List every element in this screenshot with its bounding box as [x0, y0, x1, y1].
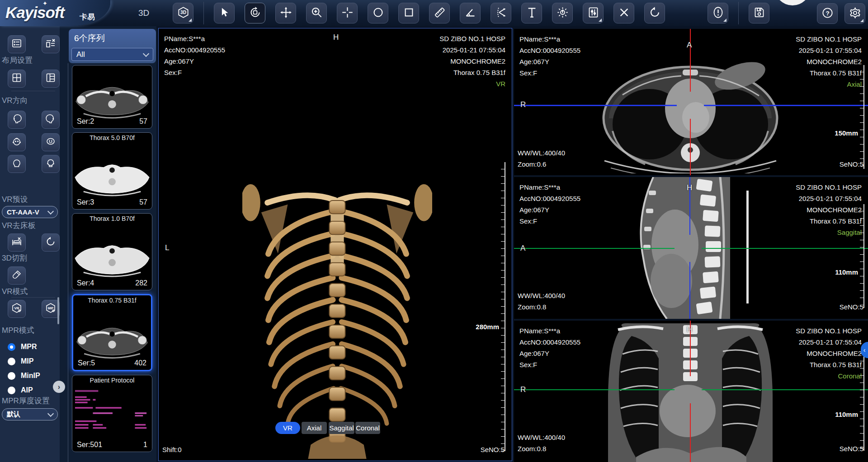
vr-head-top-button[interactable] [8, 133, 26, 151]
tool-text-button[interactable] [521, 3, 542, 23]
vr-head-right-button[interactable] [42, 111, 60, 129]
crosshair-horizontal-green[interactable] [514, 389, 675, 390]
radio-aip[interactable] [8, 387, 15, 394]
close-x-icon [618, 6, 630, 20]
layout-grid-button[interactable] [8, 70, 26, 88]
scale-label: 280mm [476, 323, 499, 331]
app-window: Kayisoft ✦ 卡易 3D 3D [0, 0, 868, 462]
tool-ellipse-button[interactable] [368, 3, 388, 23]
series-thumbnail[interactable]: Thorax 1.0 B70f Ser:4 282 [72, 213, 152, 290]
mode-button-coronal[interactable]: Coronal [355, 422, 380, 434]
crosshair-horizontal-green[interactable] [702, 248, 868, 249]
crosshair-horizontal-green[interactable] [702, 389, 868, 390]
radio-mpr[interactable] [8, 343, 15, 351]
vr-head-left-button[interactable] [8, 111, 26, 129]
series-thumbnail[interactable]: Thorax 5.0 B70f Ser:3 57 [72, 132, 152, 210]
scalpel-button[interactable] [8, 266, 26, 285]
tool-cursor-button[interactable] [214, 3, 235, 23]
mpr-thickness-select[interactable]: 默认 [2, 408, 58, 420]
remove-bed-button[interactable] [8, 233, 26, 252]
layout-split-button[interactable] [42, 70, 60, 88]
orientation-marker-left: R [520, 100, 526, 109]
tool-delete-button[interactable] [613, 3, 634, 23]
series-scrollbar-track[interactable] [68, 63, 68, 462]
series-no-label: SeNO:5 [840, 445, 863, 453]
bed-reset-button[interactable] [42, 233, 60, 252]
series-thumbnail[interactable]: Ser:2 57 [72, 65, 152, 129]
settings-button[interactable] [844, 3, 865, 24]
vr-bed-label: VR去床板 [2, 220, 36, 231]
tool-save-button[interactable] [749, 3, 769, 23]
layout-list-button[interactable] [8, 35, 26, 53]
window-level-label: WW/WL:400/40 [518, 149, 565, 157]
vr-head-bottom-button[interactable] [42, 133, 60, 151]
mode-button-vr[interactable]: VR [275, 422, 300, 434]
vr-viewport[interactable]: PName:S***a AccNO:0004920555 Age:067Y Se… [158, 28, 512, 461]
text-tool-icon [526, 6, 538, 20]
vr-head-front-button[interactable] [8, 155, 26, 173]
axial-viewport[interactable]: PName:S***a AccNO:0004920555 Age:067Y Se… [514, 29, 868, 175]
scale-label: 110mm [835, 268, 858, 276]
tool-cobb-angle-button[interactable] [491, 3, 511, 23]
radio-minip-label[interactable]: MinIP [21, 372, 40, 380]
coronal-viewport[interactable]: PName:S***a AccNO:0004920555 Age:067Y Se… [514, 321, 868, 462]
crosshair-horizontal-blue[interactable] [704, 105, 868, 106]
vr-head-back-button[interactable] [42, 155, 60, 173]
series-thumbnail[interactable]: Patient Protocol Ser:501 1 [72, 375, 152, 452]
tool-crosshair-button[interactable] [337, 3, 358, 23]
tool-reset-button[interactable] [644, 3, 665, 23]
radio-mip[interactable] [8, 358, 15, 365]
crosshair-vertical-red[interactable] [690, 119, 691, 175]
radio-minip[interactable] [8, 372, 15, 380]
chevron-down-icon [47, 410, 54, 416]
rotate-3d-icon [249, 6, 261, 20]
sagittal-viewport[interactable]: PName:S***a AccNO:0004920555 Age:067Y Se… [514, 177, 868, 319]
user-avatar[interactable] [774, 0, 811, 5]
sidebar-scrollbar-thumb[interactable] [57, 297, 59, 324]
left-control-sidebar: 布局设置 VR方向 VR预设 CT-AAA-V [0, 26, 60, 462]
help-button[interactable]: ? [817, 3, 838, 24]
study-info-overlay: SD ZIBO NO.1 HOSP 2025-01-21 07:55:04 MO… [796, 182, 862, 238]
crosshair-vertical-red[interactable] [690, 29, 691, 92]
svg-text:?: ? [826, 9, 829, 16]
radio-aip-label[interactable]: AIP [21, 386, 33, 394]
series-panel-collapse-button[interactable]: › [53, 381, 65, 393]
series-no-label: SeNO:5 [840, 303, 863, 311]
tool-alert-button[interactable] [708, 3, 728, 23]
tool-ruler-button[interactable] [429, 3, 450, 23]
series-title: Thorax 5.0 B70f [72, 134, 152, 141]
crosshair-vertical-red[interactable] [690, 403, 691, 462]
tool-zoom-button[interactable] [306, 3, 327, 23]
crosshair-horizontal-green[interactable] [514, 248, 675, 249]
layout-close-button[interactable] [42, 35, 60, 53]
radio-mip-label[interactable]: MIP [21, 357, 33, 365]
tool-angle-button[interactable] [460, 3, 481, 23]
pan-icon [280, 6, 292, 20]
layout-close-icon [45, 38, 56, 51]
tool-rotate-3d-button[interactable] [245, 3, 265, 23]
radio-mpr-label[interactable]: MPR [21, 343, 37, 351]
vr-preset-select[interactable]: CT-AAA-V [2, 206, 58, 218]
tool-window-level-button[interactable] [583, 3, 604, 23]
sidebar-divider [11, 91, 55, 91]
vr-mode-label: VR模式 [2, 286, 28, 297]
patient-info-overlay: PName:S***a AccNO:0004920555 Age:067Y Se… [519, 182, 580, 227]
tool-pan-button[interactable] [275, 3, 296, 23]
mode-button-axial[interactable]: Axial [302, 422, 327, 434]
tool-brightness-button[interactable] [552, 3, 573, 23]
crosshair-vertical-blue[interactable] [689, 262, 690, 319]
mip-render-button[interactable]: MIP [42, 300, 60, 318]
bed-remove-icon [11, 236, 22, 249]
tool-3d-layout-button[interactable]: 3D [173, 3, 193, 23]
vr-render-button[interactable]: VR [8, 300, 26, 318]
series-filter-value: All [76, 50, 85, 59]
study-datetime: 2025-01-21 07:55:04 [796, 193, 862, 204]
svg-text:MIP: MIP [48, 307, 54, 310]
vr-hexagon-icon: VR [11, 303, 22, 315]
crosshair-horizontal-blue[interactable] [514, 105, 677, 106]
tool-rectangle-button[interactable] [398, 3, 419, 23]
series-thumbnail-selected[interactable]: Thorax 0.75 B31f Ser:5 402 [72, 294, 152, 371]
mode-button-sagittal[interactable]: Saggital [329, 422, 354, 434]
series-filter-select[interactable]: All [71, 48, 153, 61]
mode-3d-label: 3D [138, 8, 149, 18]
